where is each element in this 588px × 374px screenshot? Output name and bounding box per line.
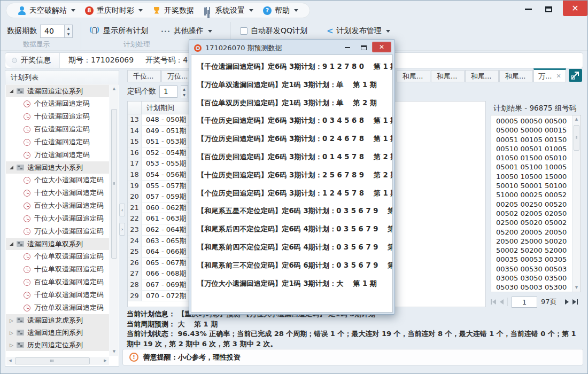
digit-count-input[interactable]: 1 — [159, 85, 177, 98]
scrollbar-thumb[interactable] — [15, 357, 90, 364]
scroll-right-icon[interactable]: ▶ — [102, 357, 109, 365]
tab-right-0[interactable]: 和尾... — [397, 70, 430, 82]
publish-manage-label: 计划发布管理 — [337, 26, 382, 36]
warning-icon: ! — [129, 353, 138, 362]
auto-qq-checkbox[interactable] — [240, 27, 247, 35]
dialog-titlebar[interactable]: 171026070 期预测数据 ✕ — [191, 41, 393, 54]
tree-item-label: 千位单双遗漏回追定码 — [34, 290, 104, 300]
page-number-input[interactable]: 1 — [512, 297, 537, 308]
menu-item-site[interactable]: 天空破解站 — [13, 3, 80, 18]
folder-icon — [17, 241, 24, 247]
panel-splitter[interactable]: ‹ › — [119, 70, 126, 367]
scrollbar-thumb[interactable] — [574, 125, 579, 151]
tree-group-遗漏回追定位系列[interactable]: 遗漏回追定位系列 — [6, 85, 109, 97]
tree-group-遗漏回追庄闲系列[interactable]: ▷遗漏回追庄闲系列 — [6, 326, 109, 339]
publish-manage-button[interactable]: < 计划发布管理 — [327, 24, 390, 38]
scroll-up-icon[interactable]: ▲ — [572, 115, 581, 123]
tree-vertical-scrollbar[interactable]: ▲ ▼ — [110, 85, 118, 356]
last-page-button[interactable] — [572, 299, 578, 305]
collapsed-icon: ▷ — [10, 318, 13, 323]
first-page-button[interactable] — [491, 299, 496, 305]
tree-item-label: 千位大小遗漏回追定码 — [34, 214, 104, 223]
clock-icon — [24, 215, 30, 222]
tree-item-万位大小遗漏回追定码[interactable]: 万位大小遗漏回追定码 — [6, 225, 109, 238]
collapse-left-button[interactable]: ‹ — [119, 204, 125, 216]
folder-icon — [17, 317, 24, 323]
tree-item-十位遗漏回追定码[interactable]: 十位遗漏回追定码 — [6, 110, 109, 123]
dialog-minimize-button[interactable] — [341, 43, 354, 52]
maximize-icon — [545, 6, 552, 12]
show-all-plans-button[interactable]: 显示所有计划 — [89, 24, 148, 38]
tree-item-千位大小遗漏回追定码[interactable]: 千位大小遗漏回追定码 — [6, 212, 109, 225]
folder-icon — [17, 165, 24, 170]
prev-page-button[interactable] — [500, 299, 504, 305]
scroll-left-icon[interactable]: ◀ — [6, 357, 14, 365]
tree-group-label: 遗漏回追大小系列 — [27, 163, 83, 173]
prediction-line: 【个位历史回追定码】定6码 3期计划：1 2 4 5 7 8 第 1 期 — [197, 189, 386, 198]
tab-active[interactable]: 万... ✕ — [533, 68, 566, 82]
tree-item-百位遗漏回追定码[interactable]: 百位遗漏回追定码 — [6, 123, 109, 136]
results-vertical-scrollbar[interactable]: ▲ ▼ — [572, 115, 581, 292]
tree-group-遗漏回追单双系列[interactable]: 遗漏回追单双系列 — [6, 238, 109, 250]
next-page-button[interactable] — [565, 299, 569, 305]
scroll-up-icon[interactable]: ▲ — [110, 85, 118, 93]
scroll-down-icon[interactable]: ▼ — [110, 348, 118, 356]
window-minimize-button[interactable] — [520, 3, 536, 15]
tree-group-遗漏回追龙虎系列[interactable]: ▷遗漏回追龙虎系列 — [6, 314, 109, 326]
toolbar-separator — [81, 22, 81, 49]
tree-item-千位遗漏回追定码[interactable]: 千位遗漏回追定码 — [6, 136, 109, 149]
period-count-input[interactable]: 40 — [40, 25, 65, 38]
dialog-close-button[interactable]: ✕ — [372, 42, 391, 52]
clock-icon — [24, 126, 30, 133]
menu-item-draw-data[interactable]: 开奖数据 — [148, 3, 199, 18]
expand-panel-button[interactable] — [569, 69, 582, 82]
result-number-list[interactable]: 00005 00050 00500 05000 50000 00015 0005… — [491, 116, 571, 292]
tab-close-icon[interactable]: ✕ — [556, 71, 561, 82]
tree-item-百位大小遗漏回追定码[interactable]: 百位大小遗漏回追定码 — [6, 199, 109, 212]
auto-qq-checkbox-field[interactable]: 自动群发QQ计划 — [240, 24, 307, 38]
prediction-line: 【和尾系前三不定位定码】定6码 6期计划：0 3 5 6 7 9 第 1 期 — [197, 261, 386, 270]
tree-item-label: 万位大小遗漏回追定码 — [34, 227, 104, 236]
collapsed-icon: ▷ — [10, 342, 13, 348]
tree-item-个位单双遗漏回追定码[interactable]: 个位单双遗漏回追定码 — [6, 250, 109, 263]
menu-item-lottery[interactable]: 8重庆时时彩 — [80, 3, 148, 18]
tab-right-1[interactable]: 和尾... — [431, 70, 465, 82]
row-number-header[interactable] — [128, 102, 142, 114]
scroll-down-icon[interactable]: ▼ — [572, 284, 581, 292]
prediction-line: 【千位遗漏回追定码】定6码 3期计划：9 1 2 7 8 0 第 1 期 — [197, 62, 386, 72]
tree-item-百位单双遗漏回追定码[interactable]: 百位单双遗漏回追定码 — [6, 276, 109, 289]
other-operations-button[interactable]: ··· 其他操作 — [161, 24, 212, 38]
status-panel: 当前计划信息： 【重庆时时彩】预测 【万位大小遗漏回追定码】 定1码 3期计划 … — [127, 309, 582, 348]
plan-results-listbox: 00005 00050 00500 05000 50000 00015 0005… — [491, 115, 581, 292]
window-maximize-button[interactable] — [540, 3, 556, 15]
tree-item-label: 百位单双遗漏回追定码 — [34, 277, 104, 287]
tree-item-个位遗漏回追定码[interactable]: 个位遗漏回追定码 — [6, 97, 109, 110]
row-number-cell: 16 — [128, 147, 142, 158]
tree-item-万位遗漏回追定码[interactable]: 万位遗漏回追定码 — [6, 149, 109, 161]
expand-right-button[interactable]: › — [119, 223, 125, 236]
tree-group-遗漏回追大小系列[interactable]: 遗漏回追大小系列 — [6, 161, 109, 174]
tree-item-十位单双遗漏回追定码[interactable]: 十位单双遗漏回追定码 — [6, 263, 109, 276]
tree-horizontal-scrollbar[interactable]: ◀ ▶ — [6, 357, 109, 365]
tab-left-0[interactable]: 千位... — [127, 70, 161, 82]
folder-icon — [17, 88, 24, 94]
user-icon — [18, 6, 26, 15]
tree-item-万位单双遗漏回追定码[interactable]: 万位单双遗漏回追定码 — [6, 301, 109, 314]
tree-item-个位大小遗漏回追定码[interactable]: 个位大小遗漏回追定码 — [6, 174, 109, 186]
tab-right-2[interactable]: 和尾... — [465, 70, 499, 82]
digit-count-stepper[interactable]: ▲▼ — [181, 85, 188, 98]
row-number-cell: 18 — [128, 169, 142, 180]
window-close-button[interactable]: ✕ — [563, 1, 587, 16]
period-count-stepper[interactable]: ▲▼ — [65, 25, 73, 38]
menu-item-help[interactable]: ?帮助 — [258, 3, 303, 18]
tree-item-千位单双遗漏回追定码[interactable]: 千位单双遗漏回追定码 — [6, 289, 109, 301]
tree-item-十位大小遗漏回追定码[interactable]: 十位大小遗漏回追定码 — [6, 186, 109, 199]
tree-group-历史回追定位系列[interactable]: ▷历史回追定位系列 — [6, 339, 109, 351]
scrollbar-thumb[interactable] — [111, 109, 117, 259]
menu-item-settings[interactable]: 系统设置 — [199, 3, 258, 18]
expanded-icon — [10, 242, 13, 246]
tab-right-3[interactable]: 和尾... — [499, 70, 533, 82]
tree-group-label: 历史回追定位系列 — [27, 340, 83, 350]
plan-results-title: 计划结果 - 96875 组号码 — [493, 104, 576, 113]
dialog-maximize-button[interactable] — [357, 43, 370, 52]
